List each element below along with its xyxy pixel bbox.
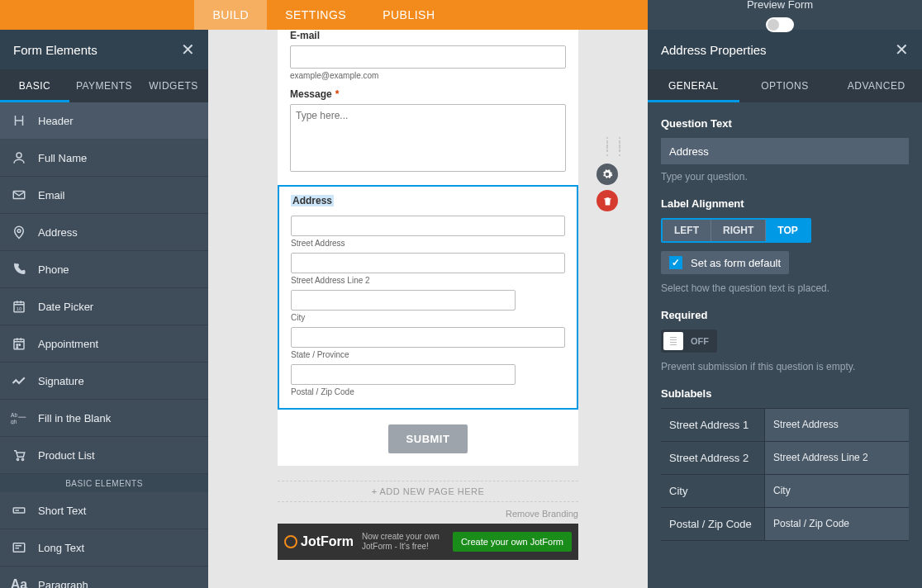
element-label: Full Name [38,152,87,164]
tab-basic[interactable]: BASIC [0,69,69,102]
form-canvas[interactable]: E-mail example@example.com Message* Addr… [278,30,578,466]
gear-icon[interactable] [596,164,618,185]
sublabel-row: Street Address 1 Street Address [661,409,909,442]
sublabel-key: Street Address 1 [661,409,765,441]
element-address[interactable]: Address [0,214,208,251]
sublabel-value-input[interactable]: Street Address [765,409,909,441]
street2-input[interactable] [291,253,565,273]
element-appointment[interactable]: Appointment [0,325,208,363]
sublabel-row: City City [661,475,909,508]
sublabel-value-input[interactable]: Street Address Line 2 [765,442,909,474]
message-label: Message* [290,88,566,100]
drag-handle-icon[interactable]: ⋮⋮⋮⋮⋮⋮ [601,139,613,154]
create-jotform-button[interactable]: Create your own JotForm [453,532,572,552]
align-top-button[interactable]: TOP [766,220,809,241]
add-new-page-button[interactable]: + ADD NEW PAGE HERE [278,481,578,502]
city-input[interactable] [291,290,516,311]
element-label: Appointment [38,338,98,350]
svg-text:Ab: Ab [11,412,17,418]
phone-icon [0,262,38,277]
jotform-logo: JotForm [284,534,354,549]
postal-sublabel: Postal / Zip Code [291,387,565,396]
element-email[interactable]: Email [0,177,208,214]
appointment-icon [0,336,38,351]
cart-icon [0,448,38,462]
field-side-actions: ⋮⋮⋮⋮⋮⋮ [596,139,618,211]
shorttext-icon [0,503,38,518]
email-hint: example@example.com [290,71,566,80]
form-elements-title: Form Elements [13,43,97,57]
tab-widgets[interactable]: WIDGETS [139,69,208,102]
signature-icon [0,373,38,388]
required-label: Required [661,309,909,321]
submit-button[interactable]: SUBMIT [388,424,468,453]
element-fillblank[interactable]: Abgh Fill in the Blank [0,400,208,437]
sublabel-value-input[interactable]: City [765,475,909,507]
form-elements-panel: Form Elements ✕ BASIC PAYMENTS WIDGETS H… [0,30,208,588]
street-input[interactable] [291,216,565,236]
svg-point-7 [19,344,21,346]
svg-point-6 [17,344,18,346]
sublabel-key: Postal / Zip Code [661,508,765,540]
properties-title: Address Properties [661,43,767,57]
remove-branding-link[interactable]: Remove Branding [278,509,578,519]
preview-form-toggle[interactable] [766,17,794,32]
align-left-button[interactable]: LEFT [663,220,711,241]
set-default-checkbox-row[interactable]: ✓ Set as form default [661,251,789,274]
sublabel-value-input[interactable]: Postal / Zip Code [765,508,909,540]
longtext-icon [0,540,38,555]
svg-text:gh: gh [11,419,17,424]
preview-form-label: Preview Form [747,0,813,11]
element-signature[interactable]: Signature [0,363,208,400]
element-label: Phone [38,263,69,276]
question-text-hint: Type your question. [661,171,909,183]
element-productlist[interactable]: Product List [0,437,208,474]
element-label: Email [38,189,65,202]
svg-point-12 [17,458,18,460]
address-properties-panel: Address Properties ✕ GENERAL OPTIONS ADV… [648,30,922,588]
tab-publish[interactable]: PUBLISH [364,0,453,30]
svg-point-2 [17,230,21,233]
tab-build[interactable]: BUILD [194,0,267,30]
align-right-button[interactable]: RIGHT [711,220,766,241]
svg-text:10: 10 [17,306,22,311]
element-label: Header [38,115,74,127]
element-datepicker[interactable]: 10 Date Picker [0,288,208,325]
svg-point-8 [17,347,18,349]
jotform-banner: JotForm Now create your own JotForm - It… [278,524,578,560]
element-shorttext[interactable]: Short Text [0,492,208,529]
user-icon [0,150,38,165]
close-icon[interactable]: ✕ [895,40,909,59]
tab-settings[interactable]: SETTINGS [267,0,364,30]
email-input[interactable] [290,45,566,69]
tab-advanced[interactable]: ADVANCED [830,69,922,102]
address-field-selected[interactable]: Address Street Address Street Address Li… [278,185,578,410]
sublabels-table: Street Address 1 Street Address Street A… [661,408,909,541]
toggle-state-label: OFF [686,336,717,346]
element-label: Signature [38,375,84,387]
element-longtext[interactable]: Long Text [0,529,208,567]
element-fullname[interactable]: Full Name [0,140,208,177]
close-icon[interactable]: ✕ [181,40,195,59]
street2-sublabel: Street Address Line 2 [291,276,565,285]
question-text-label: Question Text [661,117,909,130]
sublabel-key: Street Address 2 [661,442,765,474]
tab-payments[interactable]: PAYMENTS [69,69,139,102]
pin-icon [0,225,38,239]
message-textarea[interactable] [290,104,566,172]
tab-general[interactable]: GENERAL [648,69,739,102]
element-header[interactable]: Header [0,102,208,140]
element-label: Paragraph [38,579,88,589]
element-label: Date Picker [38,301,93,313]
element-paragraph[interactable]: Aa Paragraph [0,567,208,588]
state-sublabel: State / Province [291,350,565,359]
postal-input[interactable] [291,364,516,385]
element-label: Address [38,226,78,239]
label-alignment-label: Label Alignment [661,197,909,210]
question-text-input[interactable] [661,138,909,164]
tab-options[interactable]: OPTIONS [739,69,831,102]
element-phone[interactable]: Phone [0,251,208,288]
trash-icon[interactable] [596,190,618,211]
state-input[interactable] [291,327,565,348]
required-toggle[interactable]: OFF [661,330,717,353]
